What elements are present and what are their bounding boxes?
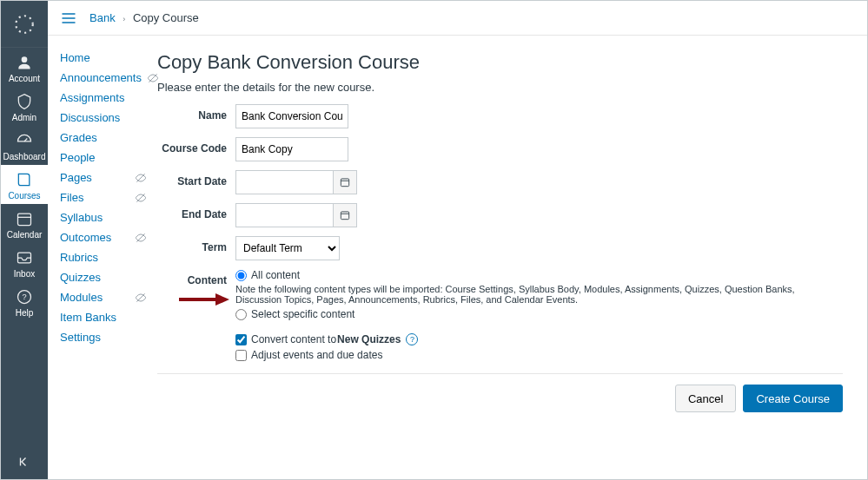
content-note: Note the following content types will be… [235,284,843,305]
calendar-icon [339,209,351,221]
adjust-dates-checkbox[interactable] [235,350,247,361]
course-nav-label: Item Banks [60,311,116,324]
adjust-dates-label: Adjust events and due dates [251,349,382,361]
svg-rect-3 [18,214,31,225]
hamburger-icon[interactable] [58,8,79,29]
admin-icon [15,92,34,111]
hidden-icon [135,192,147,204]
all-content-radio[interactable] [235,270,247,281]
nav-label: Inbox [14,269,35,279]
start-date-input[interactable] [235,170,333,194]
nav-label: Account [9,74,40,83]
svg-rect-13 [341,179,348,187]
course-nav-label: People [60,151,95,164]
course-nav-item[interactable]: Settings [60,327,147,347]
course-nav-label: Announcements [60,71,142,84]
nav-account[interactable]: Account [1,48,48,87]
select-specific-label: Select specific content [251,308,354,320]
course-nav-label: Files [60,191,83,204]
svg-point-1 [22,56,28,62]
account-icon [15,53,34,72]
course-nav-item[interactable]: Announcements [60,68,147,88]
nav-inbox[interactable]: Inbox [1,243,48,282]
course-nav-item[interactable]: Item Banks [60,307,147,327]
hidden-icon [135,292,147,304]
course-nav-item[interactable]: Assignments [60,88,147,108]
start-date-picker-button[interactable] [333,170,357,194]
course-nav-item[interactable]: People [60,148,147,168]
convert-label-bold: New Quizzes [337,333,401,345]
collapse-nav-button[interactable] [1,444,48,479]
course-nav-label: Outcomes [60,231,111,244]
nav-label: Help [16,308,34,318]
end-date-label: End Date [157,203,235,220]
hidden-icon [135,172,147,184]
course-nav-label: Discussions [60,111,120,124]
breadcrumb-root[interactable]: Bank [89,11,116,24]
breadcrumb-current: Copy Course [133,11,199,24]
all-content-label: All content [251,269,300,281]
course-nav-item[interactable]: Pages [60,168,147,187]
course-nav-item[interactable]: Quizzes [60,267,147,287]
course-nav-label: Syllabus [60,211,103,224]
course-nav-item[interactable]: Files [60,187,147,207]
course-nav: HomeAnnouncementsAssignmentsDiscussionsG… [48,36,152,479]
course-nav-item[interactable]: Home [60,48,147,68]
end-date-picker-button[interactable] [333,203,357,227]
calendar-icon [15,209,34,228]
page-title: Copy Bank Conversion Course [157,51,843,74]
hidden-icon [135,232,147,244]
term-select[interactable]: Default Term [235,236,340,260]
topbar: Bank › Copy Course [48,1,867,36]
nav-label: Calendar [7,230,43,240]
breadcrumb-separator-icon: › [123,15,125,23]
svg-text:?: ? [22,293,26,301]
help-icon[interactable]: ? [406,333,418,345]
course-nav-item[interactable]: Modules [60,287,147,307]
nav-label: Dashboard [3,152,46,161]
course-nav-item[interactable]: Grades [60,128,147,148]
nav-courses[interactable]: Courses [1,165,48,204]
svg-rect-15 [341,212,348,220]
course-nav-label: Rubrics [60,251,98,264]
breadcrumb: Bank › Copy Course [89,11,199,24]
app-logo[interactable] [1,1,48,48]
annotation-arrow-icon [177,292,229,307]
course-nav-item[interactable]: Discussions [60,108,147,128]
course-nav-label: Pages [60,171,92,184]
course-nav-item[interactable]: Rubrics [60,247,147,267]
term-label: Term [157,236,235,253]
courses-icon [15,170,34,189]
page-subtitle: Please enter the details for the new cou… [157,81,843,94]
name-input[interactable] [235,104,348,128]
nav-label: Courses [8,191,40,201]
course-nav-item[interactable]: Outcomes [60,227,147,247]
nav-label: Admin [12,113,36,122]
nav-help[interactable]: ? Help [1,282,48,321]
course-nav-item[interactable]: Syllabus [60,207,147,227]
start-date-label: Start Date [157,170,235,187]
course-nav-label: Assignments [60,91,124,104]
svg-marker-18 [215,293,229,306]
svg-point-0 [16,16,33,33]
course-nav-label: Settings [60,331,101,344]
nav-calendar[interactable]: Calendar [1,204,48,243]
calendar-icon [339,176,351,188]
cancel-button[interactable]: Cancel [675,385,736,412]
course-nav-label: Home [60,51,90,64]
help-icon: ? [15,287,34,306]
global-nav: Account Admin Dashboard Courses Calendar… [1,1,48,479]
select-specific-radio[interactable] [235,309,247,320]
nav-dashboard[interactable]: Dashboard [1,126,48,165]
main-content: Copy Bank Conversion Course Please enter… [152,36,867,479]
content-label: Content [157,269,235,286]
nav-admin[interactable]: Admin [1,87,48,126]
course-code-input[interactable] [235,137,348,161]
convert-new-quizzes-checkbox[interactable] [235,334,247,345]
end-date-input[interactable] [235,203,333,227]
course-nav-label: Modules [60,291,103,304]
course-code-label: Course Code [157,137,235,155]
create-course-button[interactable]: Create Course [743,385,843,412]
name-label: Name [157,104,235,122]
footer-bar: Cancel Create Course [157,373,843,423]
